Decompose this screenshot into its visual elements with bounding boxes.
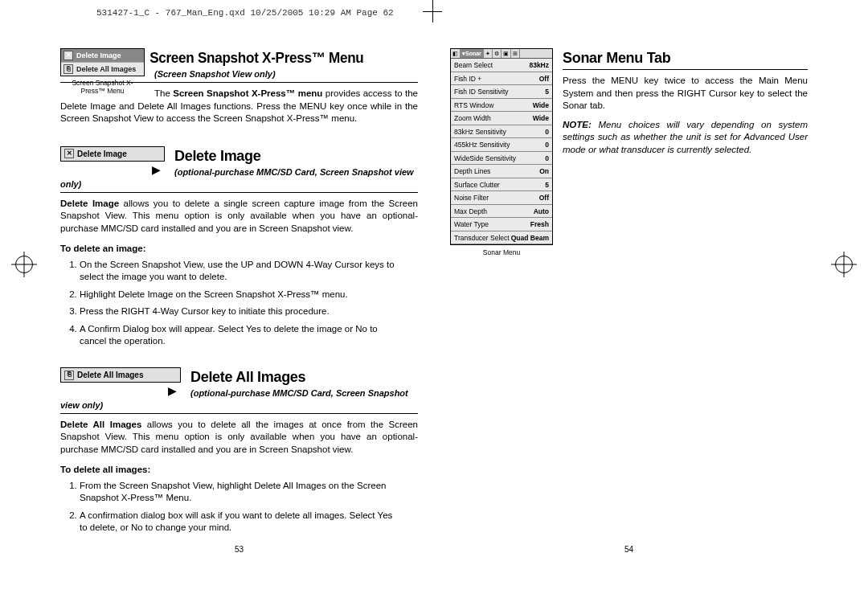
sonar-item-value: Wide (533, 101, 549, 110)
sonar-menu-item: WideSide Sensitivity0 (451, 152, 552, 165)
sonar-item-label: Water Type (454, 220, 489, 229)
crop-mark (423, 11, 442, 12)
sonar-item-value: Quad Beam (511, 234, 549, 243)
sonar-item-label: Depth Lines (454, 167, 490, 176)
step-item: A confirmation dialog box will ask if yo… (80, 510, 418, 535)
sonar-item-label: Max Depth (454, 207, 487, 216)
stack-icon: ⎘ (64, 371, 74, 380)
sonar-item-value: Off (539, 75, 549, 84)
sonar-item-value: 5 (545, 181, 549, 190)
sonar-item-label: WideSide Sensitivity (454, 154, 516, 163)
sonar-menu-item: Fish ID +Off (451, 72, 552, 85)
sonar-item-label: Fish ID + (454, 75, 481, 84)
step-item: On the Screen Snapshot View, use the UP … (80, 259, 418, 284)
figure-caption: Sonar Menu (450, 248, 553, 257)
sonar-item-value: 0 (545, 128, 549, 137)
sonar-tabbar: ◧ ▾Sonar ✦ ⚙ ▣ ⊞ (451, 49, 552, 59)
right-arrow-icon: ▶ (60, 385, 181, 396)
sonar-item-label: 83kHz Sensitivity (454, 128, 506, 137)
sonar-menu-item: Max DepthAuto (451, 205, 552, 218)
sonar-item-value: On (539, 167, 549, 176)
sonar-item-label: Surface Clutter (454, 181, 500, 190)
page-number-left: 53 (235, 544, 244, 555)
step-item: From the Screen Snapshot View, highlight… (80, 480, 418, 505)
figure-label: Delete Image (77, 149, 127, 160)
sonar-menu-item: Beam Select83kHz (451, 59, 552, 72)
steps-list-delete-image: On the Screen Snapshot View, use the UP … (75, 259, 418, 348)
tab-sonar: ▾Sonar (461, 49, 484, 58)
sonar-menu-item: RTS WindowWide (451, 99, 552, 112)
sonar-item-label: Beam Select (454, 61, 493, 70)
sonar-menu-item: Transducer SelectQuad Beam (451, 231, 552, 244)
sonar-item-value: 5 (545, 88, 549, 96)
sonar-menu-item: 455kHz Sensitivity0 (451, 138, 552, 151)
section-body: Delete Image allows you to delete a sing… (60, 198, 418, 236)
steps-list-delete-all: From the Screen Snapshot View, highlight… (75, 480, 418, 535)
figure-caption: Screen Snapshot X-Press™ Menu (60, 80, 145, 95)
tab-icon: ◧ (451, 49, 461, 58)
figure-label: Delete All Images (77, 370, 143, 381)
sonar-menu-item: Fish ID Sensitivity5 (451, 85, 552, 98)
delete-all-figure: ⎘ Delete All Images ▶ (60, 367, 181, 397)
instruction-heading: To delete an image: (60, 243, 418, 256)
sonar-menu-item: Noise FilterOff (451, 191, 552, 204)
instruction-heading: To delete all images: (60, 464, 418, 477)
sonar-item-value: 0 (545, 154, 549, 163)
sonar-item-label: Fish ID Sensitivity (454, 88, 509, 96)
sonar-item-value: 83kHz (529, 61, 549, 70)
section-body: Delete All Images allows you to delete a… (60, 419, 418, 457)
x-icon: ✕ (64, 149, 74, 158)
tab-icon: ✦ (484, 49, 493, 58)
sonar-item-value: Wide (533, 114, 549, 123)
tab-icon: ⊞ (511, 49, 520, 58)
sonar-menu-figure: ◧ ▾Sonar ✦ ⚙ ▣ ⊞ Beam Select83kHzFish ID… (450, 48, 553, 257)
step-item: A Confirm Dialog box will appear. Select… (80, 323, 418, 348)
sonar-item-value: Fresh (530, 220, 549, 229)
delete-image-figure: ✕ Delete Image ▶ (60, 146, 165, 176)
right-arrow-icon: ▶ (60, 164, 165, 175)
tab-icon: ▣ (502, 49, 511, 58)
sonar-menu-item: Water TypeFresh (451, 218, 552, 231)
sonar-item-value: 0 (545, 141, 549, 150)
rule (563, 69, 808, 70)
section-title-xpress: Screen Snapshot X-Press™ Menu (60, 48, 400, 68)
sonar-item-label: Zoom Width (454, 114, 491, 123)
prepress-slug: 531427-1_C - 767_Man_Eng.qxd 10/25/2005 … (96, 8, 394, 18)
registration-left (0, 256, 48, 273)
sonar-menu-item: 83kHz Sensitivity0 (451, 125, 552, 138)
sonar-item-label: 455kHz Sensitivity (454, 141, 510, 150)
sonar-item-label: Noise Filter (454, 194, 489, 203)
sonar-item-label: Transducer Select (454, 234, 510, 243)
sonar-item-label: RTS Window (454, 101, 493, 110)
sonar-menu-item: Depth LinesOn (451, 165, 552, 178)
step-item: Press the RIGHT 4-Way Cursor key to init… (80, 305, 418, 318)
sonar-menu-item: Surface Clutter5 (451, 178, 552, 191)
sonar-menu-item: Zoom WidthWide (451, 112, 552, 125)
tab-icon: ⚙ (493, 49, 502, 58)
page-number-right: 54 (624, 544, 633, 555)
sonar-item-value: Off (539, 194, 549, 203)
sonar-item-value: Auto (534, 207, 549, 216)
page-54: ◧ ▾Sonar ✦ ⚙ ▣ ⊞ Beam Select83kHzFish ID… (450, 24, 808, 555)
page-53: ✕ Delete Image ⎘ Delete All Images Scree… (60, 24, 418, 555)
step-item: Highlight Delete Image on the Screen Sna… (80, 289, 418, 301)
registration-right (820, 256, 868, 273)
